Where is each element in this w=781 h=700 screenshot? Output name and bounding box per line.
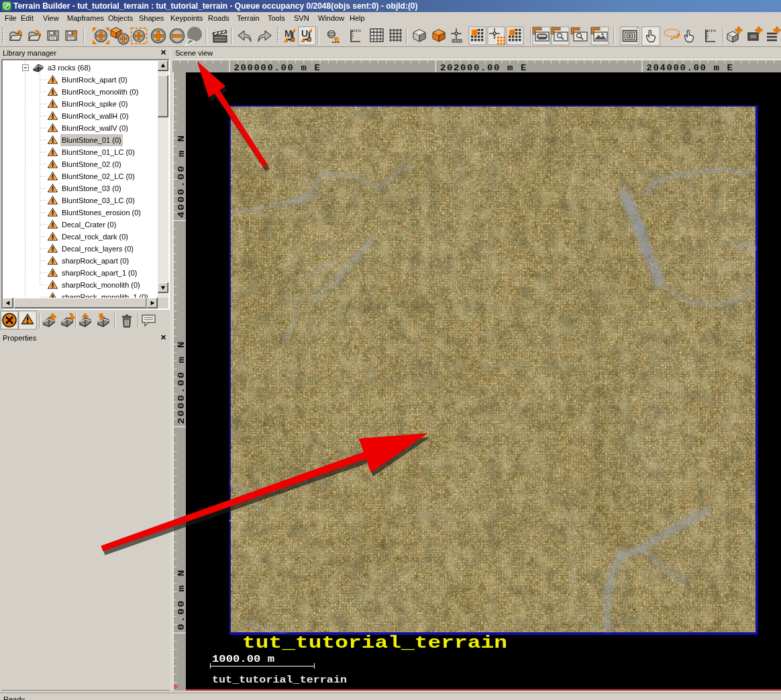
svg-text:200000.00 m E: 200000.00 m E — [234, 63, 321, 72]
svg-text:202000.00 m E: 202000.00 m E — [440, 63, 527, 72]
svg-text:U: U — [301, 28, 308, 39]
svg-text:1000.00 m: 1000.00 m — [212, 654, 274, 664]
svg-text:0.00 m N: 0.00 m N — [176, 569, 187, 630]
svg-text:tut_tutorial_terrain: tut_tutorial_terrain — [242, 633, 507, 653]
svg-text:tut_tutorial_terrain: tut_tutorial_terrain — [212, 675, 347, 685]
svg-text:2000.00 m N: 2000.00 m N — [176, 341, 187, 424]
svg-text:M: M — [284, 28, 293, 39]
svg-text:4000.00 m N: 4000.00 m N — [176, 134, 187, 218]
svg-text:204000.00 m E: 204000.00 m E — [647, 63, 734, 72]
